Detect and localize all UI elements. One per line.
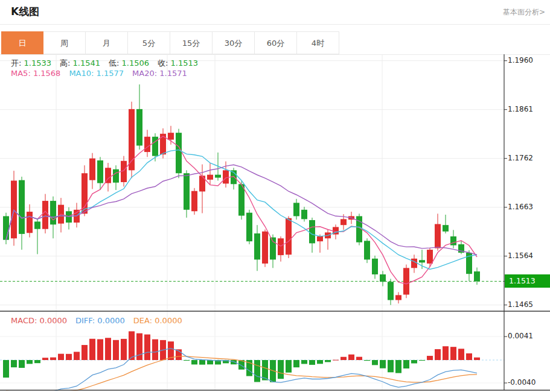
readout-field: MA20: 1.1571 — [132, 69, 187, 78]
page-title: K线图 — [11, 5, 39, 19]
tab-period-6[interactable]: 30分 — [213, 31, 255, 54]
readout-field: MA10: 1.1577 — [69, 69, 124, 78]
header-divider — [0, 24, 550, 25]
ohlc-readout: 开: 1.1533高: 1.1541低: 1.1506收: 1.1513 — [11, 58, 206, 69]
readout-field: DIFF: 0.0000 — [75, 316, 125, 325]
kline-chart-canvas[interactable] — [0, 54, 550, 391]
fundamental-analysis-link[interactable]: 基本面分析> — [503, 7, 545, 17]
tab-period-1[interactable]: 日 — [1, 31, 43, 54]
readout-field: MA5: 1.1568 — [11, 69, 60, 78]
tab-period-7[interactable]: 60分 — [255, 31, 297, 54]
period-tab-bar: 日周月5分15分30分60分4时 — [1, 31, 339, 54]
tab-period-5[interactable]: 15分 — [170, 31, 213, 54]
macd-axis-label: 0.0041 — [508, 332, 533, 340]
price-axis-label: 1.1663 — [508, 203, 533, 211]
tab-period-2[interactable]: 周 — [43, 31, 86, 54]
readout-field: DEA: 0.0000 — [133, 316, 182, 325]
price-axis-label: 1.1960 — [508, 56, 533, 65]
ma-readout: MA5: 1.1568MA10: 1.1577MA20: 1.1571 — [11, 69, 196, 78]
price-axis-label: 1.1762 — [508, 154, 533, 162]
tab-period-4[interactable]: 5分 — [128, 31, 170, 54]
kline-widget: K线图 基本面分析> 日周月5分15分30分60分4时 开: 1.1533高: … — [0, 0, 550, 392]
readout-field: MACD: 0.0000 — [11, 316, 67, 325]
readout-field: 低: 1.1506 — [109, 58, 149, 68]
tab-period-8[interactable]: 4时 — [297, 31, 339, 54]
readout-field: 收: 1.1513 — [158, 58, 198, 68]
price-axis-label: 1.1465 — [508, 300, 533, 309]
readout-field: 开: 1.1533 — [11, 58, 51, 68]
price-axis-label: 1.1861 — [508, 105, 533, 113]
price-axis-label: 1.1564 — [508, 251, 533, 260]
current-price-badge: 1.1513 — [505, 274, 550, 288]
macd-axis-label: -0.0040 — [508, 378, 536, 387]
readout-field: 高: 1.1541 — [60, 58, 100, 68]
macd-readout: MACD: 0.0000DIFF: 0.0000DEA: 0.0000 — [11, 316, 191, 325]
tab-period-3[interactable]: 月 — [86, 31, 128, 54]
